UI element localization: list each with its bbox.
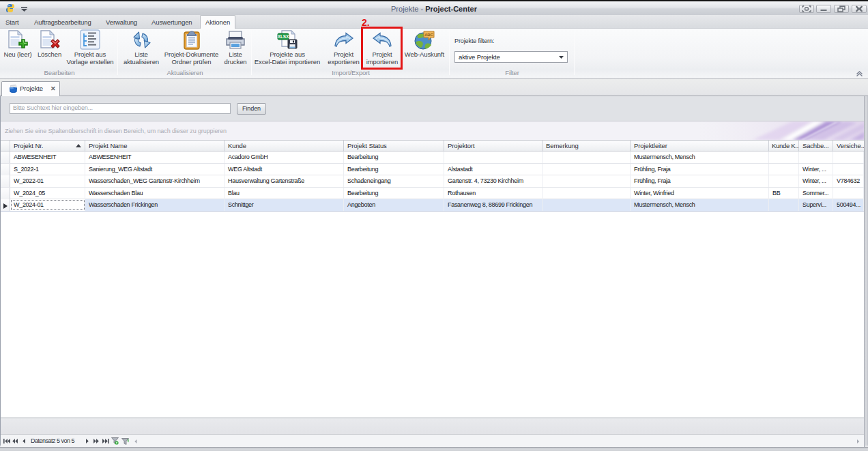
- svg-text:XLSX: XLSX: [278, 34, 289, 39]
- svg-text:ABC: ABC: [424, 33, 433, 37]
